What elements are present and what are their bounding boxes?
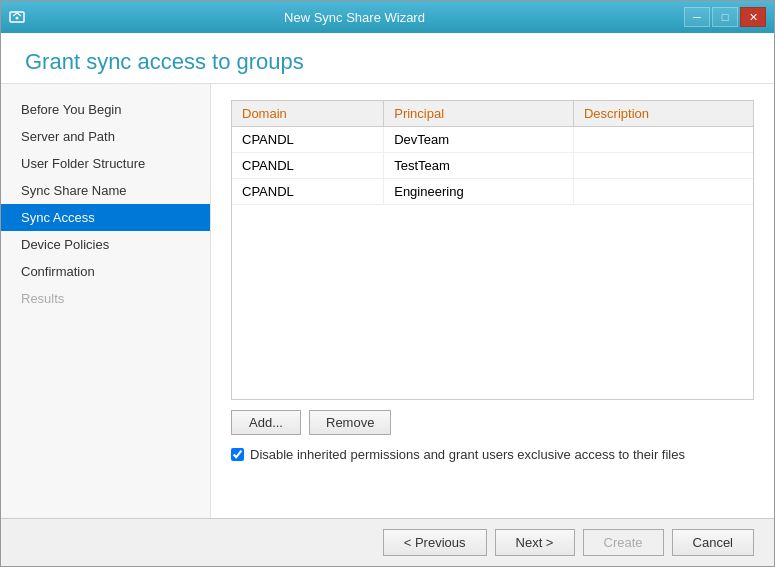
wizard-window: New Sync Share Wizard ─ □ ✕ Grant sync a… xyxy=(0,0,775,567)
cell-principal: TestTeam xyxy=(384,153,574,179)
titlebar-icon xyxy=(9,9,25,25)
minimize-button[interactable]: ─ xyxy=(684,7,710,27)
groups-table: Domain Principal Description CPANDLDevTe… xyxy=(232,101,753,205)
disable-inherited-checkbox[interactable] xyxy=(231,448,244,461)
cell-domain: CPANDL xyxy=(232,179,384,205)
sidebar-item-sync-share-name[interactable]: Sync Share Name xyxy=(1,177,210,204)
maximize-button[interactable]: □ xyxy=(712,7,738,27)
col-domain: Domain xyxy=(232,101,384,127)
table-row[interactable]: CPANDLDevTeam xyxy=(232,127,753,153)
permission-checkbox-row: Disable inherited permissions and grant … xyxy=(231,447,754,462)
cell-principal: DevTeam xyxy=(384,127,574,153)
col-description: Description xyxy=(573,101,753,127)
groups-table-container: Domain Principal Description CPANDLDevTe… xyxy=(231,100,754,400)
titlebar-buttons: ─ □ ✕ xyxy=(684,7,766,27)
sidebar-item-results: Results xyxy=(1,285,210,312)
window-title: New Sync Share Wizard xyxy=(25,10,684,25)
svg-point-1 xyxy=(16,17,19,20)
sidebar-item-sync-access[interactable]: Sync Access xyxy=(1,204,210,231)
previous-button[interactable]: < Previous xyxy=(383,529,487,556)
table-row[interactable]: CPANDLEngineering xyxy=(232,179,753,205)
table-actions: Add... Remove xyxy=(231,410,754,435)
remove-button[interactable]: Remove xyxy=(309,410,391,435)
sidebar-item-device-policies[interactable]: Device Policies xyxy=(1,231,210,258)
cell-domain: CPANDL xyxy=(232,153,384,179)
page-header: Grant sync access to groups xyxy=(1,33,774,84)
content-area: Grant sync access to groups Before You B… xyxy=(1,33,774,566)
sidebar: Before You BeginServer and PathUser Fold… xyxy=(1,84,211,518)
cell-description xyxy=(573,179,753,205)
next-button[interactable]: Next > xyxy=(495,529,575,556)
cell-description xyxy=(573,127,753,153)
create-button[interactable]: Create xyxy=(583,529,664,556)
sidebar-item-user-folder-structure[interactable]: User Folder Structure xyxy=(1,150,210,177)
add-button[interactable]: Add... xyxy=(231,410,301,435)
footer: < Previous Next > Create Cancel xyxy=(1,518,774,566)
page-title: Grant sync access to groups xyxy=(25,49,750,75)
disable-inherited-label: Disable inherited permissions and grant … xyxy=(250,447,685,462)
cell-description xyxy=(573,153,753,179)
sidebar-item-server-and-path[interactable]: Server and Path xyxy=(1,123,210,150)
cell-principal: Engineering xyxy=(384,179,574,205)
close-button[interactable]: ✕ xyxy=(740,7,766,27)
col-principal: Principal xyxy=(384,101,574,127)
sidebar-item-before-you-begin[interactable]: Before You Begin xyxy=(1,96,210,123)
main-content: Domain Principal Description CPANDLDevTe… xyxy=(211,84,774,518)
sidebar-item-confirmation[interactable]: Confirmation xyxy=(1,258,210,285)
table-row[interactable]: CPANDLTestTeam xyxy=(232,153,753,179)
cancel-button[interactable]: Cancel xyxy=(672,529,754,556)
cell-domain: CPANDL xyxy=(232,127,384,153)
main-body: Before You BeginServer and PathUser Fold… xyxy=(1,84,774,518)
titlebar: New Sync Share Wizard ─ □ ✕ xyxy=(1,1,774,33)
